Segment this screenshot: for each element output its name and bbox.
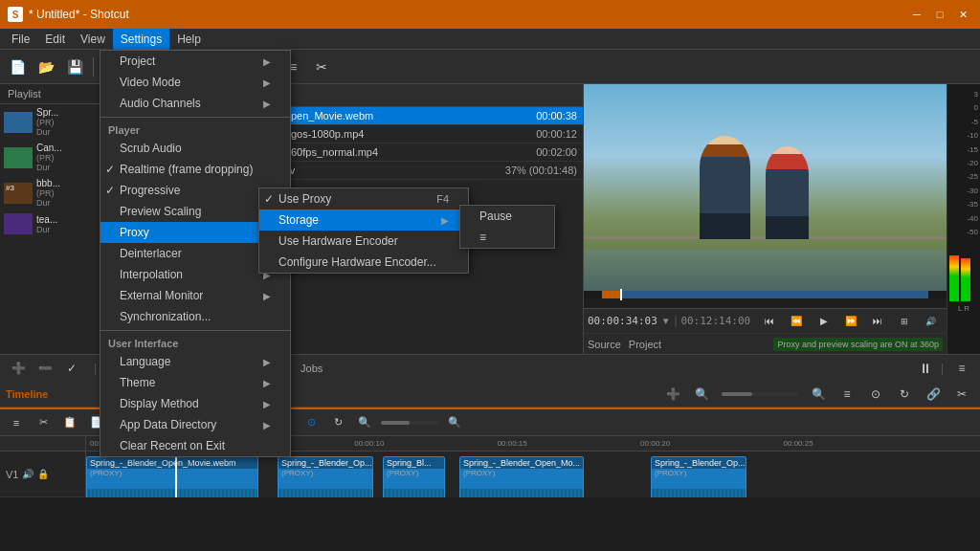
titlebar: S * Untitled* - Shotcut ─ □ ✕ [0,0,980,29]
pl-item-meta-2: (PR) [36,153,62,163]
project-tab[interactable]: Project [629,339,661,350]
timeline-link[interactable]: 🔗 [921,382,946,407]
add-filter-button[interactable]: ➕ [6,356,31,381]
v1-lock-btn[interactable]: 🔒 [37,469,49,479]
job-time-1: 00:00:38 [536,110,577,121]
pl-item-dur-3: Dur [36,198,60,208]
v1-label: V1 [6,469,18,480]
preview-panel: 00:00:34:03 ▼ | 00:12:14:00 ⏮ ⏪ ▶ ⏩ ⏭ ⊞ … [583,84,947,354]
pl-item-dur-1: Dur [36,127,58,137]
playlist-item-1[interactable]: Spr... (PR) Dur [0,104,104,140]
window-title: * Untitled* - Shotcut [29,8,129,21]
new-button[interactable]: 📄 [4,54,31,80]
timeline-ripple[interactable]: ↻ [892,382,917,407]
storage-pause[interactable]: Pause [460,206,554,227]
menu-configure-hw-encoder[interactable]: Configure Hardware Encoder... [259,252,468,273]
tab-jobs[interactable]: Jobs [290,360,333,377]
timeline-zoom-in[interactable]: 🔍 [806,382,831,407]
timeline-add-track[interactable]: ➕ [660,382,685,407]
source-tab[interactable]: Source [588,339,621,350]
playlist-panel: Playlist Spr... (PR) Dur Can... (PR) Dur… [0,84,105,354]
menu-synchronization[interactable]: Synchronization... [100,306,290,327]
pl-item-name-1: Spr... [36,107,58,118]
menu-clear-recent[interactable]: Clear Recent on Exit [100,435,290,456]
timeline-snap[interactable]: ⊙ [863,382,888,407]
clip-4[interactable]: Spring_-_Blender_Open_Mo... (PROXY) [459,456,584,497]
play-button[interactable]: ▶ [812,308,835,335]
timecode-display: 00:00:34:03 [588,315,657,327]
open-button[interactable]: 📂 [33,54,59,80]
pl-item-meta-1: (PR) [36,118,58,127]
remove-filter-button[interactable]: ➖ [33,356,57,381]
menu-settings[interactable]: Settings [113,29,169,50]
v1-track: Spring_-_Blender_Open_Movie.webm (PROXY)… [86,452,980,497]
crop-icon[interactable]: ✂ [308,54,335,80]
app-icon: S [8,7,23,22]
menu-app-data-dir[interactable]: App Data Directory ▶ [100,414,290,435]
menu-use-proxy[interactable]: ✓ Use Proxy F4 [259,188,468,209]
v1-mute-btn[interactable]: 🔊 [22,469,33,479]
menu-use-hw-encoder[interactable]: Use Hardware Encoder [259,231,468,252]
grid-button[interactable]: ⊞ [893,308,916,335]
menu-button[interactable]: ≡ [949,356,974,381]
playlist-header: Playlist [0,84,104,104]
tl-menu-btn[interactable]: ≡ [4,410,29,435]
clip-3[interactable]: Spring_Bl... (PROXY) [383,456,445,497]
tl-copy-btn[interactable]: 📋 [57,410,82,435]
menu-project[interactable]: Project ▶ [100,51,290,72]
rewind-button[interactable]: ⏪ [785,308,808,335]
pl-item-dur-2: Dur [36,163,62,172]
player-section-label: Player [100,121,290,138]
duration-display: 00:12:14:00 [680,315,750,327]
playhead [175,452,177,497]
job-time-4: 37% (00:01:48) [505,165,577,176]
tl-zoom-out-btn[interactable]: 🔍 [352,410,377,435]
check-filter-button[interactable]: ✓ [59,356,84,381]
fast-forward-button[interactable]: ⏩ [839,308,862,335]
job-time-2: 00:00:12 [536,128,577,140]
preview-video [584,84,947,291]
menu-language[interactable]: Language ▶ [100,351,290,372]
menu-display-method[interactable]: Display Method ▶ [100,393,290,414]
close-button[interactable]: ✕ [953,5,972,24]
next-frame-button[interactable]: ⏭ [866,308,889,335]
prev-frame-button[interactable]: ⏮ [758,308,781,335]
audio-meter: 3 0 -5 -10 -15 -20 -25 -30 -35 -40 -50 L… [947,84,980,354]
menu-audio-channels[interactable]: Audio Channels ▶ [100,93,290,114]
menu-external-monitor[interactable]: External Monitor ▶ [100,285,290,306]
save-button[interactable]: 💾 [61,54,88,80]
storage-menu-icon[interactable]: ≡ [460,227,554,248]
playlist-item-4[interactable]: tea... Dur [0,210,104,237]
timeline-zoom-out[interactable]: 🔍 [689,382,714,407]
menu-scrub-audio[interactable]: Scrub Audio [100,138,290,159]
menu-video-mode[interactable]: Video Mode ▶ [100,72,290,93]
menu-theme[interactable]: Theme ▶ [100,372,290,393]
tl-scrub-btn[interactable]: ↻ [325,410,350,435]
menu-edit[interactable]: Edit [37,29,73,50]
playlist-item-3[interactable]: #3 bbb... (PR) Dur [0,175,104,210]
playlist-item-2[interactable]: Can... (PR) Dur [0,140,104,175]
menu-view[interactable]: View [73,29,113,50]
menu-help[interactable]: Help [169,29,209,50]
tl-zoom-in-btn[interactable]: 🔍 [442,410,467,435]
menu-realtime[interactable]: ✓ Realtime (frame dropping) [100,159,290,180]
tl-snap-btn[interactable]: ⊙ [299,410,323,435]
maximize-button[interactable]: □ [930,5,949,24]
pause-button[interactable]: ⏸ [916,359,935,378]
meter-r [961,258,970,301]
tl-cut-btn[interactable]: ✂ [31,410,56,435]
menu-storage[interactable]: Storage ▶ [259,209,468,231]
storage-submenu: Pause ≡ [459,205,555,249]
clip-5[interactable]: Spring_-_Blender_Op... (PROXY) [651,456,746,497]
ruler-track-header [0,436,85,452]
volume-button[interactable]: 🔊 [920,308,943,335]
minimize-button[interactable]: ─ [907,5,926,24]
proxy-notice: Proxy and preview scaling are ON at 360p [773,338,943,351]
timeline-cut[interactable]: ✂ [949,382,974,407]
clip-1[interactable]: Spring_-_Blender_Open_Movie.webm (PROXY) [86,456,258,497]
ui-section-label: User Interface [100,334,290,351]
clip-2[interactable]: Spring_-_Blender_Op... (PROXY) [278,456,373,497]
meter-l [949,255,959,301]
menu-file[interactable]: File [4,29,37,50]
timeline-settings[interactable]: ≡ [835,382,859,407]
